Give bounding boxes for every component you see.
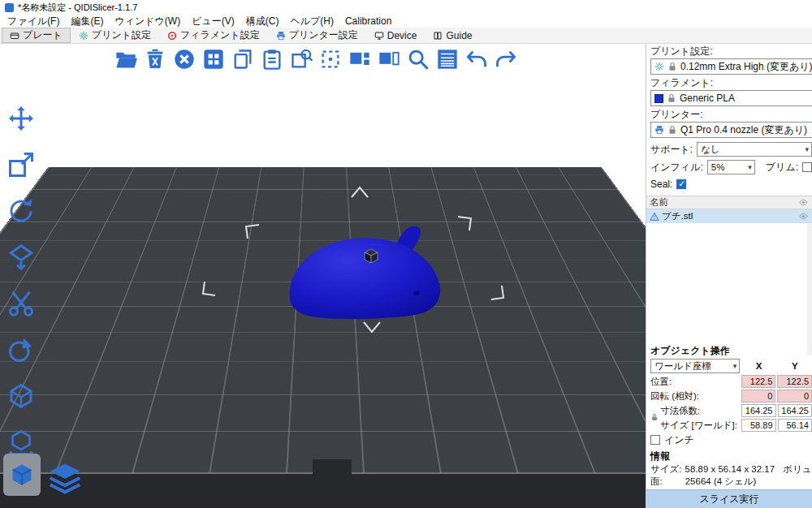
support-select[interactable]: なし ▾ — [697, 142, 812, 157]
coordinate-system-select[interactable]: ワールド座標 ▾ — [650, 359, 740, 373]
delete-all-icon[interactable] — [171, 45, 198, 73]
info-facets-row: 面: 25664 (4 シェル) — [650, 476, 812, 488]
window-title: *名称未設定 - QIDISlicer-1.1.7 — [18, 2, 137, 14]
search-objects-icon[interactable] — [287, 45, 315, 73]
selection-bracket-bottom-right — [490, 283, 511, 304]
position-x-field[interactable]: 122.5 — [741, 375, 776, 388]
scrollbar[interactable] — [807, 223, 812, 355]
scale-y-field[interactable]: 164.25 — [778, 404, 812, 417]
menu-view[interactable]: ビュー(V) — [186, 15, 240, 28]
object-manipulation-panel: オブジェクト操作 ワールド座標 ▾ X Y 位置: 122.5 122.5 回転… — [650, 343, 812, 447]
menu-help[interactable]: ヘルプ(H) — [284, 15, 339, 28]
tab-printer-settings[interactable]: プリンター設定 — [268, 28, 366, 43]
dashed-cube-icon[interactable] — [317, 45, 344, 73]
eye-icon[interactable] — [798, 212, 809, 221]
tab-guide[interactable]: Guide — [425, 28, 480, 43]
lock-icon — [667, 62, 677, 71]
scale-icon[interactable] — [6, 150, 36, 179]
gizmo-cube[interactable] — [363, 248, 379, 265]
infill-select[interactable]: 5% ▾ — [707, 160, 755, 174]
info-size-value: 58.89 x 56.14 x 32.17 — [685, 463, 775, 476]
inch-checkbox[interactable] — [650, 435, 660, 445]
brim-label: ブリム: — [766, 161, 798, 174]
tab-filament-settings[interactable]: フィラメント設定 — [159, 28, 268, 43]
tab-filament-settings-label: フィラメント設定 — [180, 28, 260, 42]
infill-value: 5% — [711, 162, 725, 172]
plate-settings-icon — [8, 461, 36, 489]
menu-window[interactable]: ウィンドウ(W) — [109, 15, 186, 28]
print-settings-combo[interactable]: 0.12mm Extra High (変更あり) — [650, 58, 812, 75]
tab-plate[interactable]: プレート — [2, 28, 71, 43]
split-parts-icon[interactable] — [375, 45, 403, 73]
support-paint-icon[interactable] — [6, 381, 36, 411]
layers-view-icon[interactable] — [47, 460, 83, 496]
rotation-label: 回転 (相対): — [650, 390, 740, 403]
model-puchi-stl[interactable] — [280, 220, 451, 325]
menu-calibration[interactable]: Calibration — [339, 15, 397, 27]
open-folder-icon[interactable] — [112, 45, 140, 73]
name-column-header: 名前 — [650, 196, 668, 209]
delete-icon[interactable] — [141, 45, 169, 73]
filament-label: フィラメント: — [650, 77, 812, 89]
menu-configuration[interactable]: 構成(C) — [240, 15, 285, 28]
chevron-down-icon: ▾ — [733, 362, 737, 370]
redo-icon[interactable] — [492, 45, 520, 73]
move-icon[interactable] — [6, 104, 36, 133]
app-window: *名称未設定 - QIDISlicer-1.1.7 ファイル(F) 編集(E) … — [0, 0, 812, 508]
eye-icon — [798, 198, 809, 207]
tab-print-settings[interactable]: プリント設定 — [71, 28, 159, 43]
measure-icon[interactable] — [6, 428, 36, 457]
seal-label: Seal: — [650, 179, 672, 190]
position-row: 位置: 122.5 122.5 — [650, 374, 812, 389]
copy-icon[interactable] — [229, 45, 257, 73]
info-title: 情報 — [650, 450, 812, 463]
y-column-header: Y — [778, 361, 812, 371]
rotation-y-field[interactable]: 0 — [777, 390, 812, 403]
menu-file[interactable]: ファイル(F) — [2, 15, 65, 28]
size-x-field[interactable]: 58.89 — [741, 419, 775, 432]
arrange-icon[interactable] — [200, 45, 227, 73]
app-icon — [5, 3, 14, 12]
plate-settings-button[interactable] — [3, 454, 41, 496]
search-icon[interactable] — [404, 45, 432, 73]
object-manipulation-title: オブジェクト操作 — [650, 343, 812, 358]
device-icon — [374, 31, 384, 41]
slice-button[interactable]: スライス実行 — [646, 489, 812, 508]
filament-combo[interactable]: Generic PLA — [650, 90, 812, 106]
filament-color-swatch — [654, 94, 663, 103]
tab-device-label: Device — [387, 30, 417, 41]
print-settings-value: 0.12mm Extra High (変更あり) — [680, 60, 812, 74]
scale-factor-label: 寸法係数: — [650, 405, 740, 417]
size-y-field[interactable]: 56.14 — [778, 419, 812, 432]
scale-x-field[interactable]: 164.25 — [741, 404, 775, 417]
rotation-row: 回転 (相対): 0 0 — [650, 389, 812, 403]
tab-device[interactable]: Device — [366, 28, 425, 43]
undo-icon[interactable] — [463, 45, 490, 73]
rotate-icon[interactable] — [6, 196, 36, 226]
bottom-left-toolbar — [3, 454, 83, 496]
split-objects-icon[interactable] — [346, 45, 374, 73]
gear-icon — [79, 31, 89, 41]
menu-bar: ファイル(F) 編集(E) ウィンドウ(W) ビュー(V) 構成(C) ヘルプ(… — [0, 15, 812, 28]
position-y-field[interactable]: 122.5 — [777, 375, 812, 388]
paste-icon[interactable] — [258, 45, 286, 73]
brim-checkbox[interactable] — [802, 162, 812, 172]
place-on-face-icon[interactable] — [6, 243, 36, 272]
cut-icon[interactable] — [6, 289, 36, 318]
variable-layer-height-icon[interactable] — [434, 45, 461, 73]
rotation-x-field[interactable]: 0 — [741, 390, 776, 403]
object-list-row[interactable]: プチ.stl — [646, 209, 812, 223]
seal-checkbox[interactable] — [676, 179, 686, 189]
plate-icon — [10, 31, 19, 41]
coordinate-system-value: ワールド座標 — [654, 360, 711, 372]
tab-plate-label: プレート — [23, 28, 63, 42]
selection-bracket-bottom-left — [197, 279, 218, 300]
chevron-down-icon: ▾ — [805, 145, 809, 153]
filament-value: Generic PLA — [680, 93, 735, 104]
printer-combo[interactable]: Q1 Pro 0.4 nozzle (変更あり) — [650, 122, 812, 138]
seam-paint-icon[interactable] — [6, 335, 36, 364]
gear-icon — [654, 62, 664, 71]
uniform-scale-lock-icon[interactable] — [650, 412, 659, 422]
menu-edit[interactable]: 編集(E) — [65, 15, 109, 28]
3d-viewport[interactable] — [0, 44, 646, 508]
